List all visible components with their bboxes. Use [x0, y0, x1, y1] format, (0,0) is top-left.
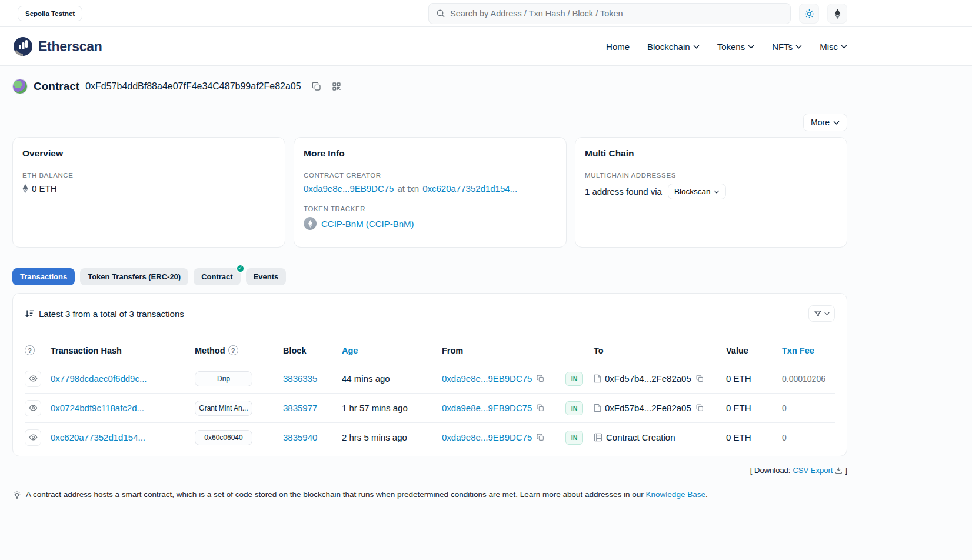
transactions-card: Latest 3 from a total of 3 transactions … [12, 293, 847, 456]
age-text: 2 hrs 5 mins ago [342, 432, 407, 442]
nav-blockchain[interactable]: Blockchain [647, 42, 700, 52]
download-suffix: ] [845, 466, 847, 475]
col-txn-fee-toggle[interactable]: Txn Fee [782, 346, 814, 355]
copy-to-button[interactable] [695, 403, 705, 413]
portal-select[interactable]: Blockscan [668, 184, 727, 199]
from-address-link[interactable]: 0xda9e8e...9EB9DC75 [442, 403, 532, 413]
copy-from-button[interactable] [535, 403, 545, 413]
token-tracker-link[interactable]: CCIP-BnM (CCIP-BnM) [321, 219, 414, 229]
contract-file-icon [594, 374, 601, 383]
txn-preview-button[interactable] [25, 371, 41, 387]
tab-contract[interactable]: Contract ✓ [194, 268, 240, 285]
age-text: 1 hr 57 mins ago [342, 403, 408, 413]
network-switch-button[interactable] [827, 4, 847, 24]
tab-token-transfers[interactable]: Token Transfers (ERC-20) [80, 268, 188, 285]
theme-toggle-button[interactable] [799, 4, 819, 24]
copy-icon [696, 375, 704, 382]
nav-misc[interactable]: Misc [820, 42, 847, 52]
ethereum-icon [834, 9, 841, 19]
block-link[interactable]: 3835977 [283, 403, 317, 413]
table-row: 0x7798dcdaec0f6dd9c... Drip 3836335 44 m… [25, 364, 835, 394]
filter-button[interactable] [808, 305, 835, 322]
method-pill[interactable]: Grant Mint An... [195, 401, 252, 416]
filter-funnel-icon [814, 309, 822, 318]
network-badge[interactable]: Sepolia Testnet [18, 6, 82, 21]
txn-hash-link[interactable]: 0x7798dcdaec0f6dd9c... [51, 374, 147, 384]
value-text: 0 ETH [726, 403, 751, 413]
from-address-link[interactable]: 0xda9e8e...9EB9DC75 [442, 374, 532, 384]
age-text: 44 mins ago [342, 374, 390, 384]
contract-address: 0xFd57b4ddBf88a4e07fF4e34C487b99af2Fe82a… [85, 81, 301, 92]
chevron-down-icon [748, 45, 754, 49]
txn-preview-button[interactable] [25, 400, 41, 416]
download-icon [835, 466, 843, 474]
txn-hash-link[interactable]: 0x0724bdf9c118afc2d... [51, 403, 144, 413]
creator-address-link[interactable]: 0xda9e8e...9EB9DC75 [304, 184, 394, 194]
direction-badge: IN [565, 372, 583, 386]
copy-icon [312, 82, 321, 91]
col-method: Method [195, 346, 225, 355]
copy-from-button[interactable] [535, 374, 545, 384]
to-address: 0xFd57b4...2Fe82a05 [605, 403, 691, 413]
block-link[interactable]: 3835940 [283, 432, 317, 442]
chevron-down-icon [841, 45, 847, 49]
etherscan-logo-icon [12, 36, 34, 57]
multichain-card-title: Multi Chain [585, 148, 837, 159]
value-text: 0 ETH [726, 374, 751, 384]
nav-nfts[interactable]: NFTs [772, 42, 802, 52]
contract-creator-label: CONTRACT CREATOR [304, 172, 557, 179]
txn-preview-button[interactable] [25, 429, 41, 446]
more-info-card: More Info CONTRACT CREATOR 0xda9e8e...9E… [294, 137, 567, 248]
chevron-down-icon [833, 121, 840, 125]
note-text: A contract address hosts a smart contrac… [26, 490, 644, 499]
download-row: [ Download: CSV Export ] [12, 456, 847, 475]
creation-txn-link[interactable]: 0xc620a77352d1d154... [422, 184, 517, 194]
copy-icon [537, 404, 544, 412]
multichain-addresses-label: MULTICHAIN ADDRESSES [585, 172, 837, 179]
qr-code-button[interactable] [331, 81, 342, 92]
token-logo-icon [304, 217, 317, 230]
table-header-row: ? Transaction Hash Method? Block Age Fro… [25, 337, 835, 364]
chevron-down-icon [795, 45, 802, 49]
main-header: Etherscan Home Blockchain Tokens NFTs Mi… [0, 27, 972, 66]
overview-card-title: Overview [22, 148, 275, 159]
copy-address-button[interactable] [311, 81, 322, 92]
copy-icon [696, 404, 704, 412]
brand-name: Etherscan [38, 39, 102, 55]
value-text: 0 ETH [726, 432, 751, 442]
help-icon[interactable]: ? [25, 345, 35, 355]
copy-from-button[interactable] [535, 432, 545, 442]
csv-export-link[interactable]: CSV Export [793, 466, 833, 475]
table-summary-text: Latest 3 from a total of 3 transactions [39, 309, 184, 319]
search-input[interactable] [450, 9, 783, 18]
chevron-down-icon [714, 190, 720, 194]
more-info-card-title: More Info [304, 148, 557, 159]
chevron-down-icon [824, 312, 830, 315]
from-address-link[interactable]: 0xda9e8e...9EB9DC75 [442, 432, 532, 442]
method-help-icon[interactable]: ? [228, 345, 238, 355]
method-pill[interactable]: Drip [195, 371, 252, 386]
col-value: Value [726, 346, 782, 355]
etherscan-logo[interactable]: Etherscan [12, 36, 102, 57]
tab-bar: Transactions Token Transfers (ERC-20) Co… [12, 268, 847, 285]
col-transaction-hash: Transaction Hash [51, 346, 195, 355]
knowledge-base-link[interactable]: Knowledge Base [646, 490, 705, 499]
note-end: . [705, 490, 708, 499]
txn-hash-link[interactable]: 0xc620a77352d1d154... [51, 432, 145, 442]
nav-home[interactable]: Home [606, 42, 630, 52]
block-link[interactable]: 3836335 [283, 374, 317, 384]
token-tracker-label: TOKEN TRACKER [304, 205, 557, 212]
more-dropdown-button[interactable]: More [803, 114, 847, 131]
tab-transactions[interactable]: Transactions [12, 268, 75, 285]
multichain-found-text: 1 address found via [585, 186, 662, 196]
copy-to-button[interactable] [695, 374, 705, 384]
col-age-toggle[interactable]: Age [342, 346, 358, 355]
verified-check-icon: ✓ [236, 264, 245, 273]
search-bar[interactable] [428, 3, 791, 24]
tab-events[interactable]: Events [246, 268, 287, 285]
nav-tokens[interactable]: Tokens [717, 42, 755, 52]
table-row: 0xc620a77352d1d154... 0x60c06040 3835940… [25, 423, 835, 452]
method-pill[interactable]: 0x60c06040 [195, 430, 252, 445]
sort-icon [25, 309, 34, 318]
eye-icon [29, 433, 38, 442]
